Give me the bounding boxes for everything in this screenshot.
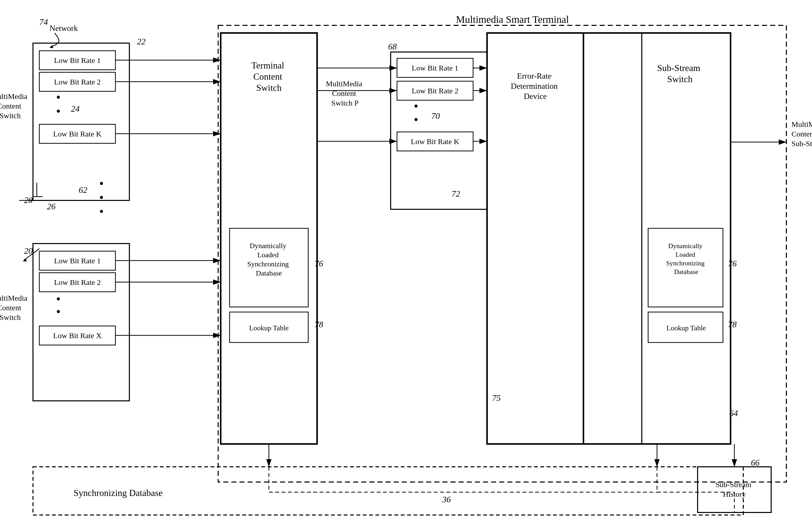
lookup-table-1-label: Lookup Table [249, 324, 288, 332]
lookup-table-2-label: Lookup Table [666, 324, 706, 332]
multimedia-smart-terminal-label: Multimedia Smart Terminal [456, 14, 569, 25]
top-dots: • [56, 90, 61, 104]
ref-68: 68 [388, 42, 397, 51]
diagram-container: Multimedia Smart Terminal Low Bit Rate 1… [0, 0, 812, 532]
ref-76-left: 76 [315, 259, 323, 268]
ref-75: 75 [492, 393, 501, 403]
ref-22: 22 [137, 37, 146, 46]
svg-text:•: • [56, 292, 61, 306]
ref-36: 36 [442, 495, 451, 504]
p-lbr2-label: Low Bit Rate 2 [412, 87, 459, 95]
top-lbrk-label: Low Bit Rate K [53, 130, 102, 138]
ref-76-right: 76 [728, 259, 737, 268]
terminal-content-switch-label: Terminal Content Switch [251, 60, 286, 93]
bottom-lbrx-label: Low Bit Rate X [53, 331, 102, 340]
ref-74: 74 [39, 17, 48, 27]
diagram-svg: Multimedia Smart Terminal Low Bit Rate 1… [0, 0, 812, 532]
ref-66: 66 [751, 458, 759, 467]
svg-text:•: • [99, 190, 104, 204]
ref-78-left: 78 [315, 320, 323, 329]
top-lbr1-label: Low Bit Rate 1 [54, 56, 101, 64]
ref-72: 72 [451, 189, 460, 198]
bottom-lbr1-label: Low Bit Rate 1 [54, 257, 101, 265]
bottom-lbr2-label: Low Bit Rate 2 [54, 278, 101, 286]
svg-text:•: • [414, 99, 418, 113]
ref-20-bottom: 20 [24, 246, 33, 256]
top-lbr2-label: Low Bit Rate 2 [54, 77, 101, 86]
ref-78-right: 78 [728, 320, 737, 329]
ref-24: 24 [71, 104, 79, 113]
svg-text:•: • [56, 304, 61, 319]
svg-text:•: • [56, 104, 61, 118]
p-lbr1-label: Low Bit Rate 1 [412, 64, 459, 72]
middle-dots-1: • [99, 176, 104, 190]
synchronizing-database-label: Synchronizing Database [74, 488, 163, 498]
ref-70: 70 [431, 111, 440, 120]
p-lbrk-label: Low Bit Rate K [411, 137, 460, 146]
ref-62: 62 [78, 185, 87, 195]
ref-64: 64 [729, 408, 738, 418]
multimedia-content-p-sub-stream-j-label: MultiMedia Content P Sub-Stream J [792, 120, 812, 148]
network-label: Network [49, 24, 78, 33]
svg-text:•: • [99, 204, 104, 218]
svg-text:•: • [414, 112, 418, 127]
ref-26: 26 [47, 202, 56, 211]
